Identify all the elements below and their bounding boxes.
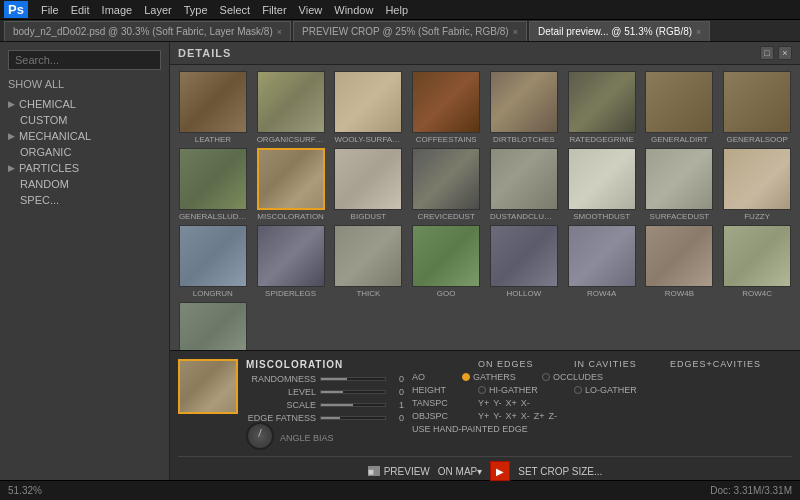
texture-thumb-23 [723,225,791,287]
ao-occludes-radio[interactable] [542,373,550,381]
height-lo-gather-radio[interactable] [574,386,582,394]
details-header: DETAILS □ × [170,42,800,65]
texture-item-16[interactable]: LONGRUN [176,225,250,298]
texture-thumb-12 [490,148,558,210]
tab-detail-preview[interactable]: Detail preview... @ 51.3% (RGB/8) × [529,21,710,41]
texture-item-8[interactable]: GENERALSLUDGE [176,148,250,221]
texture-item-9[interactable]: MISCOLORATION [254,148,328,221]
slider-scale-track[interactable] [320,403,386,407]
slider-level-track[interactable] [320,390,386,394]
menu-view[interactable]: View [294,2,328,18]
texture-thumb-2 [334,71,402,133]
details-minimize-button[interactable]: □ [760,46,774,60]
menu-filter[interactable]: Filter [257,2,291,18]
texture-item-24[interactable]: ROW4D [176,302,250,350]
use-hand-painted-label: USE HAND-PAINTED EDGE [412,424,528,434]
on-map-label: ON MAP▾ [438,466,482,477]
slider-edge-fatness-track[interactable] [320,416,386,420]
ao-gathers-radio[interactable] [462,373,470,381]
properties-panel: MISCOLORATION RANDOMNESS 0 LEVEL 0 [170,350,800,480]
texture-item-18[interactable]: THICK [332,225,406,298]
texture-item-21[interactable]: ROW4A [565,225,639,298]
props-use-hand-painted-row: USE HAND-PAINTED EDGE [412,424,792,434]
texture-item-6[interactable]: GENERALDIRT [643,71,717,144]
texture-item-13[interactable]: SMOOTHDUST [565,148,639,221]
props-right: ON EDGES IN CAVITIES EDGES+CAVITIES AO G… [412,359,792,450]
texture-item-7[interactable]: GENERALSOOP [720,71,794,144]
texture-item-17[interactable]: SPIDERLEGS [254,225,328,298]
tab-body-close[interactable]: × [277,27,282,37]
menu-type[interactable]: Type [179,2,213,18]
texture-label-2: WOOLY-SURFACE [334,135,402,144]
tanspc-options: Y+ Y- X+ X- [478,398,558,408]
menu-file[interactable]: File [36,2,64,18]
height-hi-gather-radio[interactable] [478,386,486,394]
menu-help[interactable]: Help [380,2,413,18]
texture-item-11[interactable]: CREVICEDUST [409,148,483,221]
on-map-button[interactable]: ON MAP▾ [438,466,482,477]
objspc-y-plus: Y+ [478,411,489,421]
preview-button[interactable]: ■ PREVIEW [368,466,430,477]
ps-logo: Ps [4,1,28,18]
show-all-button[interactable]: SHOW ALL [8,78,161,90]
tab-body[interactable]: body_n2_dDo02.psd @ 30.3% (Soft Fabric, … [4,21,291,41]
texture-item-12[interactable]: DUSTANDCLUMPS [487,148,561,221]
texture-item-10[interactable]: BIGDUST [332,148,406,221]
texture-item-0[interactable]: LEATHER [176,71,250,144]
texture-item-4[interactable]: DIRTBLOTCHES [487,71,561,144]
texture-item-1[interactable]: ORGANICSURFACE [254,71,328,144]
texture-label-11: CREVICEDUST [412,212,480,221]
menu-layer[interactable]: Layer [139,2,177,18]
category-mechanical-label: MECHANICAL [19,130,91,142]
set-crop-button[interactable]: SET CROP SIZE... [518,466,602,477]
texture-item-2[interactable]: WOOLY-SURFACE [332,71,406,144]
texture-item-5[interactable]: RATEDGEGRIME [565,71,639,144]
category-chemical[interactable]: ▶ CHEMICAL [8,96,161,112]
tanspc-x-plus: X+ [505,398,516,408]
tab-preview-crop-close[interactable]: × [513,27,518,37]
category-spec[interactable]: SPEC... [8,192,161,208]
category-particles[interactable]: ▶ PARTICLES [8,160,161,176]
texture-thumb-20 [490,225,558,287]
category-mechanical[interactable]: ▶ MECHANICAL [8,128,161,144]
objspc-y-minus: Y- [493,411,501,421]
texture-grid: LEATHERORGANICSURFACEWOOLY-SURFACECOFFEE… [170,65,800,350]
texture-item-22[interactable]: ROW4B [643,225,717,298]
texture-thumb-24 [179,302,247,350]
texture-item-23[interactable]: ROW4C [720,225,794,298]
preview-icon: ■ [368,466,380,476]
angle-dial[interactable] [246,422,274,450]
texture-thumb-18 [334,225,402,287]
tanspc-label: TANSPC [412,398,462,408]
texture-item-20[interactable]: HOLLOW [487,225,561,298]
menu-image[interactable]: Image [97,2,138,18]
category-custom[interactable]: CUSTOM [8,112,161,128]
search-input[interactable] [8,50,161,70]
props-tanspc-row: TANSPC Y+ Y- X+ X- [412,398,792,408]
category-organic[interactable]: ORGANIC [8,144,161,160]
details-close-button[interactable]: × [778,46,792,60]
texture-item-3[interactable]: COFFEESTAINS [409,71,483,144]
slider-scale-label: SCALE [246,400,316,410]
category-random[interactable]: RANDOM [8,176,161,192]
texture-item-19[interactable]: GOO [409,225,483,298]
menu-select[interactable]: Select [215,2,256,18]
tab-detail-preview-close[interactable]: × [696,27,701,37]
menu-window[interactable]: Window [329,2,378,18]
slider-randomness-track[interactable] [320,377,386,381]
texture-label-5: RATEDGEGRIME [568,135,636,144]
menu-edit[interactable]: Edit [66,2,95,18]
texture-item-14[interactable]: SURFACEDUST [643,148,717,221]
texture-thumb-15 [723,148,791,210]
texture-label-17: SPIDERLEGS [257,289,325,298]
ao-gathers: GATHERS [462,372,542,382]
tab-preview-crop[interactable]: PREVIEW CROP @ 25% (Soft Fabric, RGB/8) … [293,21,527,41]
texture-label-19: GOO [412,289,480,298]
texture-item-15[interactable]: FUZZY [720,148,794,221]
category-custom-label: CUSTOM [20,114,67,126]
red-action-button[interactable]: ▶ [490,461,510,481]
category-particles-label: PARTICLES [19,162,79,174]
slider-scale-value: 1 [390,400,404,410]
texture-label-16: LONGRUN [179,289,247,298]
height-hi-gather: HI-GATHER [478,385,558,395]
